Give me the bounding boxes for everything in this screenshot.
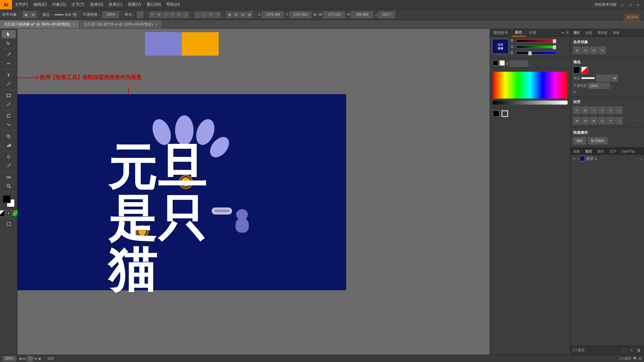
align-center-v-btn[interactable]: ≡: [607, 107, 614, 114]
distribute-left-icon[interactable]: ⊢: [208, 12, 214, 18]
fill-none[interactable]: [581, 67, 588, 73]
next-page-btn[interactable]: ▶: [39, 357, 42, 360]
h-input[interactable]: [351, 11, 373, 18]
align-left-icon[interactable]: ⊢: [149, 12, 155, 18]
align-bottom-icon[interactable]: ⊥: [183, 12, 189, 18]
dist-middle-btn[interactable]: ⊢: [607, 117, 614, 124]
more-align-3[interactable]: ▥: [240, 12, 246, 18]
color-spectrum[interactable]: [493, 72, 568, 99]
align-top-btn[interactable]: ⊤: [598, 107, 606, 114]
stroke-preview-box[interactable]: [501, 110, 508, 117]
panel-expand-icon[interactable]: ≫: [561, 31, 565, 35]
direct-selection-tool[interactable]: [2, 39, 16, 47]
dist-center-btn[interactable]: ⊟: [582, 117, 589, 124]
menu-select[interactable]: 选择(S): [87, 0, 106, 9]
b-slider-thumb[interactable]: [528, 51, 532, 55]
rotate-tool[interactable]: [2, 112, 16, 120]
angle-input[interactable]: [378, 11, 395, 18]
type-tool[interactable]: T: [2, 71, 16, 79]
r-slider-thumb[interactable]: [553, 39, 556, 43]
w-input[interactable]: [323, 11, 345, 18]
window-maximize[interactable]: □: [628, 3, 633, 7]
dist-left-btn[interactable]: ⊞: [573, 117, 581, 124]
menu-file[interactable]: 文件(F): [12, 0, 31, 9]
bw-gradient[interactable]: [493, 101, 568, 105]
x-input[interactable]: [262, 11, 284, 18]
tab-transform[interactable]: 变换: [610, 29, 622, 37]
distribute-right-icon[interactable]: ⊣: [215, 12, 221, 18]
new-layer-btn[interactable]: +: [629, 347, 635, 353]
black-swatch[interactable]: [493, 60, 498, 66]
zoom-tool[interactable]: [2, 182, 16, 190]
r-slider[interactable]: [516, 40, 556, 42]
hex-input[interactable]: [509, 61, 528, 67]
stroke-dropdown[interactable]: ▾: [72, 12, 77, 17]
menu-help[interactable]: 帮助(H): [164, 0, 183, 9]
align-top-icon[interactable]: ⊤: [169, 12, 175, 18]
paintbrush-tool[interactable]: [2, 100, 16, 108]
opacity-prop-input[interactable]: [588, 83, 610, 89]
window-close[interactable]: ×: [636, 3, 641, 7]
align-left-btn[interactable]: ⊢: [573, 107, 581, 114]
layer-item[interactable]: 👁 › 图层 1 ○: [571, 155, 644, 162]
tab-appearance[interactable]: 外观: [526, 29, 540, 37]
fx-label[interactable]: fx.: [573, 90, 641, 94]
zoom-input[interactable]: [3, 356, 16, 361]
foreground-color-box[interactable]: [3, 195, 11, 203]
align-center-v-icon[interactable]: ≡: [176, 12, 182, 18]
y-input[interactable]: [289, 11, 311, 18]
warp-tool[interactable]: [2, 121, 16, 129]
dist-right-btn[interactable]: ⊠: [590, 117, 597, 124]
combine-exclude[interactable]: ⊘: [598, 47, 606, 54]
page-input[interactable]: [27, 356, 34, 361]
more-align-2[interactable]: ▤: [233, 12, 239, 18]
measure-tool[interactable]: [2, 173, 16, 181]
bottom-tab-text[interactable]: 文字: [607, 148, 619, 155]
fill-color[interactable]: [573, 67, 580, 73]
fill-preview[interactable]: [493, 110, 499, 117]
bottom-tab-panel[interactable]: 面板: [571, 148, 583, 155]
more-align-4[interactable]: ▦: [247, 12, 253, 18]
cancel-group-btn[interactable]: 取消编组: [588, 137, 607, 144]
style-preview[interactable]: [137, 11, 144, 18]
scale-tool[interactable]: [2, 132, 16, 140]
more-align-1[interactable]: ▣: [226, 12, 232, 18]
bottom-tab-opentype[interactable]: OpenTyp: [619, 148, 638, 155]
bottom-tab-layers[interactable]: 图层: [583, 148, 595, 155]
stroke-color-prop[interactable]: [581, 77, 595, 79]
selection-tool[interactable]: [2, 30, 16, 38]
selection-option-btn[interactable]: ▦: [22, 11, 29, 18]
rectangle-tool[interactable]: [2, 92, 16, 100]
stroke-dropdown-prop[interactable]: [596, 75, 618, 81]
align-center-h-icon[interactable]: ⊟: [156, 12, 162, 18]
distribute-v-icon[interactable]: ⋮: [201, 12, 207, 18]
tab-active-close[interactable]: ✕: [72, 22, 75, 26]
stroke-preview[interactable]: [54, 14, 64, 15]
combine-intersect[interactable]: ⊗: [590, 47, 597, 54]
color-selector[interactable]: [3, 195, 15, 207]
b-slider[interactable]: [516, 52, 556, 54]
g-slider-thumb[interactable]: [553, 45, 556, 49]
status-grid-icon[interactable]: ⊞: [639, 357, 641, 360]
symbol-tool[interactable]: [2, 153, 16, 161]
transform-option-btn[interactable]: ⊞: [30, 11, 37, 18]
distribute-h-icon[interactable]: ⋯: [195, 12, 201, 18]
opacity-input[interactable]: [102, 11, 119, 18]
first-page-btn[interactable]: ⏮: [22, 357, 26, 360]
edit-group-btn[interactable]: 编组: [573, 137, 586, 144]
align-right-btn[interactable]: ⊣: [590, 107, 597, 114]
dist-bottom-btn[interactable]: ⊣: [615, 117, 623, 124]
g-slider[interactable]: [516, 46, 556, 48]
prev-page-btn[interactable]: ◀: [19, 357, 21, 360]
tab-color[interactable]: 颜色: [512, 29, 526, 37]
tab-inactive-close[interactable]: ✕: [155, 22, 158, 26]
make-sublayer-btn[interactable]: ⬚: [621, 347, 627, 353]
none-fill-btn[interactable]: [0, 210, 5, 216]
dist-top-btn[interactable]: ⊡: [598, 117, 606, 124]
white-swatch[interactable]: [499, 60, 505, 66]
eyedropper-tool[interactable]: [2, 162, 16, 170]
tab-inactive[interactable]: 元旦是只猫.源文件.ai @ 100% (RGB/预览) ✕: [79, 20, 162, 28]
menu-window[interactable]: 窗口(W): [144, 0, 164, 9]
canvas-area[interactable]: 使用【矩形工具】绘制深蓝色矩形作为背景: [17, 29, 490, 355]
layer-target-icon[interactable]: ○: [640, 157, 642, 161]
